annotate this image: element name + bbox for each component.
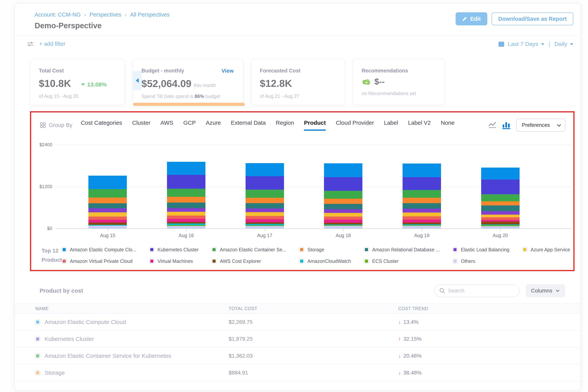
breadcrumb-perspectives[interactable]: Perspectives xyxy=(89,12,121,18)
legend-swatch xyxy=(150,259,154,264)
legend-swatch xyxy=(364,247,369,252)
divider: | xyxy=(548,40,551,48)
trend-down-arrow-icon: ↓ xyxy=(398,370,401,376)
granularity-value: Daily xyxy=(554,41,567,47)
legend-item-amazon-virtual-private-cloud[interactable]: Amazon Virtual Private Cloud xyxy=(62,258,136,264)
stacked-bar-aug-19[interactable] xyxy=(402,164,441,228)
legend-item-kubernetes-cluster[interactable]: Kubernetes Cluster xyxy=(150,247,199,252)
bar-segment-aws-cost-explorer xyxy=(402,222,441,224)
trend-value: 38.48% xyxy=(403,370,422,376)
bar-segment-virtual-machines xyxy=(324,220,362,222)
tab-gcp[interactable]: GCP xyxy=(183,120,196,131)
cell-name[interactable]: Storage xyxy=(35,370,229,376)
legend-label: Virtual Machines xyxy=(158,258,193,264)
carousel-left-arrow-button[interactable] xyxy=(132,71,142,90)
legend-item-amazon-relational-database[interactable]: Amazon Relational Database ... xyxy=(364,247,440,252)
tab-label-v2[interactable]: Label V2 xyxy=(408,120,430,131)
stacked-bar-aug-18[interactable] xyxy=(324,163,362,228)
cell-total-cost: $1,362.03 xyxy=(229,353,398,359)
bar-segment-aws-cost-explorer xyxy=(324,223,362,224)
breadcrumb-all-perspectives[interactable]: All Perspectives xyxy=(130,12,170,18)
chart-card: Group By Cost CategoriesClusterAWSGCPAzu… xyxy=(31,111,574,271)
search-input[interactable] xyxy=(448,288,514,294)
legend-item-storage[interactable]: Storage xyxy=(300,247,351,252)
x-slot: Aug 20 xyxy=(461,228,540,242)
product-table-section: Product by cost Columns NAME TOTAL COST … xyxy=(15,284,580,382)
table-title: Product by cost xyxy=(40,288,83,294)
download-button-label: Download/Save as Report xyxy=(498,16,567,22)
legend-item-virtual-machines[interactable]: Virtual Machines xyxy=(150,258,199,264)
trend-value: 13.4% xyxy=(403,319,418,325)
tab-region[interactable]: Region xyxy=(276,120,294,131)
table-row-amazon-elastic-compute-cloud[interactable]: Amazon Elastic Compute Cloud$2,269.75↓13… xyxy=(15,314,580,331)
legend-item-amazon-elastic-container-se[interactable]: Amazon Elastic Container Se... xyxy=(212,247,286,252)
x-axis-label: Aug 15 xyxy=(100,233,115,238)
budget-view-link[interactable]: View xyxy=(222,68,234,74)
tab-product[interactable]: Product xyxy=(304,120,326,131)
download-save-report-button[interactable]: Download/Save as Report xyxy=(492,12,574,25)
trend-up-arrow-icon: ↑ xyxy=(398,336,401,342)
tab-cluster[interactable]: Cluster xyxy=(132,120,150,131)
granularity-dropdown[interactable]: Daily xyxy=(554,41,574,47)
edit-button[interactable]: Edit xyxy=(456,12,487,25)
bar-segment-amazon-relational-database xyxy=(167,202,206,208)
tab-none[interactable]: None xyxy=(441,120,455,131)
legend-item-aws-cost-explorer[interactable]: AWS Cost Explorer xyxy=(212,258,286,264)
summary-cards: Total Cost $10.8K13.08% of Aug 15 - Aug … xyxy=(30,59,580,105)
stacked-bar-aug-15[interactable] xyxy=(88,176,127,228)
legend-item-elastic-load-balancing[interactable]: Elastic Load Balancing xyxy=(453,247,510,252)
line-chart-toggle-icon[interactable] xyxy=(488,122,497,129)
legend-item-azure-app-service[interactable]: Azure App Service xyxy=(522,247,570,252)
legend-item-amazon-elastic-compute-clo[interactable]: Amazon Elastic Compute Clo... xyxy=(62,247,136,252)
cell-name[interactable]: Amazon Elastic Container Service for Kub… xyxy=(35,352,229,359)
cell-cost-trend: ↓13.4% xyxy=(398,319,580,325)
bar-slot-aug-19 xyxy=(382,145,461,228)
legend-label: Amazon Virtual Private Cloud xyxy=(70,258,132,264)
tab-aws[interactable]: AWS xyxy=(160,120,173,131)
bar-segment-elastic-load-balancing xyxy=(88,208,127,212)
cell-name[interactable]: Kubernetes Cluster xyxy=(35,336,229,342)
recommendations-note: no Recommendations yet xyxy=(362,91,437,96)
breadcrumb-account[interactable]: Account: CCM-NG xyxy=(34,12,81,18)
bar-segment-storage xyxy=(324,199,362,204)
total-cost-value: $10.8K13.08% xyxy=(39,78,117,89)
cell-name[interactable]: Amazon Elastic Compute Cloud xyxy=(35,319,229,325)
bar-segment-elastic-load-balancing xyxy=(324,209,362,213)
stacked-bar-aug-16[interactable] xyxy=(167,162,206,228)
tab-external-data[interactable]: External Data xyxy=(231,120,266,131)
bar-segment-others xyxy=(88,226,127,228)
bar-segment-amazon-relational-database xyxy=(324,204,362,209)
trend-value: 32.15% xyxy=(403,336,422,342)
breadcrumb-separator-icon: › xyxy=(84,12,86,18)
tab-cost-categories[interactable]: Cost Categories xyxy=(81,120,122,131)
recommendations-label: Recommendations xyxy=(362,68,437,74)
search-box xyxy=(434,284,520,297)
legend-swatch xyxy=(453,247,457,252)
legend-item-amazoncloudwatch[interactable]: AmazonCloudWatch xyxy=(300,258,351,264)
date-range-dropdown[interactable]: Last 7 Days xyxy=(508,41,544,47)
budget-value: $52,064.09this month xyxy=(142,78,235,89)
add-filter-button[interactable]: + add filter xyxy=(39,41,65,47)
bar-segment-amazon-elastic-compute-clo xyxy=(324,163,362,177)
stacked-bar-aug-17[interactable] xyxy=(246,163,284,228)
bar-chart-toggle-icon[interactable] xyxy=(502,121,511,129)
bar-segment-azure-app-service xyxy=(481,215,520,217)
preferences-dropdown[interactable]: Preferences xyxy=(516,118,565,132)
tab-cloud-provider[interactable]: Cloud Provider xyxy=(336,120,374,131)
bar-segment-storage xyxy=(402,198,441,203)
tab-label[interactable]: Label xyxy=(384,120,398,131)
table-row-amazon-elastic-container-service-for-kubernetes[interactable]: Amazon Elastic Container Service for Kub… xyxy=(15,348,580,364)
bar-segment-kubernetes-cluster xyxy=(402,177,441,190)
bar-slot-aug-17 xyxy=(226,145,304,228)
filter-sliders-icon[interactable] xyxy=(27,41,34,47)
table-row-kubernetes-cluster[interactable]: Kubernetes Cluster$1,879.25↑32.15% xyxy=(15,331,580,348)
tab-azure[interactable]: Azure xyxy=(206,120,221,131)
legend-item-ecs-cluster[interactable]: ECS Cluster xyxy=(364,258,440,264)
bar-segment-amazon-elastic-compute-clo xyxy=(246,163,284,176)
budget-note-percent: 86% xyxy=(195,94,204,99)
legend-item-others[interactable]: Others xyxy=(453,258,510,264)
table-row-storage[interactable]: Storage$884.91↓38.48% xyxy=(15,364,580,382)
columns-button[interactable]: Columns xyxy=(526,284,565,297)
stacked-bar-aug-20[interactable] xyxy=(481,168,520,228)
trend-down-arrow-icon: ↓ xyxy=(398,319,401,325)
